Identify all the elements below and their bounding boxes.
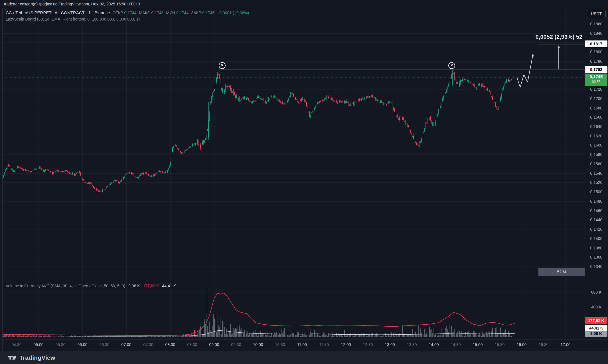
low-label: МИН: [166, 11, 175, 15]
time-tick-label: 14:30: [451, 342, 461, 347]
symbol-legend-row[interactable]: CC / TetherUS PERPETUAL CONTRACT · 1 · B…: [6, 10, 249, 15]
price-tick-label: 0,1620: [585, 134, 608, 138]
high-value: 0,1748: [151, 11, 164, 15]
time-tick-label: 11:00: [297, 342, 307, 347]
price-tick-label: 0,1780: [585, 59, 608, 64]
volume-tick-label: 600 K: [585, 290, 608, 294]
price-tick-label: 0,1680: [585, 106, 608, 110]
tradingview-logo-text: TradingView: [19, 354, 55, 361]
close-value: 0,1745: [202, 11, 214, 15]
volume-red-badge: 177,63 K: [585, 317, 607, 324]
time-tick-label: 14:00: [429, 342, 439, 347]
price-tick-label: 0,1480: [585, 199, 608, 204]
open-value: 0,1744: [124, 11, 137, 15]
time-tick-label: 07:00: [121, 342, 131, 347]
price-tick-label: 0,1380: [585, 246, 608, 250]
lazyscalp-volume-badge: 52 M: [538, 268, 585, 276]
close-label: ЗАКР: [191, 11, 201, 15]
price-tick-label: 0,1460: [585, 208, 608, 213]
time-tick-label: 15:30: [494, 342, 504, 347]
price-tick-label: 0,1860: [585, 22, 608, 26]
volume-indicator-title: Volume in Currency AVG (SMA, 30, 4, 1, O…: [6, 284, 125, 288]
indicator-legend-row[interactable]: LazyScalp Board (30, 14, EMA, Right bott…: [6, 17, 140, 21]
price-tick-label: 0,1660: [585, 115, 608, 119]
volume-value-avg-red: 177,63 K: [143, 284, 159, 288]
time-tick-label: 13:30: [407, 342, 417, 347]
attribution-text: tradettar создал(а) график на TradingVie…: [4, 2, 140, 6]
volume-white-badge: 44,41 K: [585, 325, 607, 331]
time-tick-label: 09:30: [231, 342, 241, 347]
price-tick-label: 0,1420: [585, 227, 608, 231]
price-tick-label: 0,1580: [585, 152, 608, 157]
last-price-value: 0,1745: [585, 74, 607, 80]
price-tick-label: 0,1500: [585, 190, 608, 194]
tradingview-snapshot: tradettar создал(а) график на TradingVie…: [0, 0, 608, 364]
volume-legend-row[interactable]: Volume in Currency AVG (SMA, 30, 4, 1, O…: [6, 284, 176, 288]
currency-unit-button[interactable]: USDT: [587, 10, 606, 18]
drawing-anchor-marker-1[interactable]: ✕: [219, 62, 226, 69]
price-tick-label: 0,1800: [585, 50, 608, 54]
target-price-badge: 0,1817: [585, 40, 607, 47]
time-tick-label: 08:30: [187, 342, 197, 347]
open-label: ОТКР: [113, 11, 123, 15]
attribution-bar: tradettar создал(а) график на TradingVie…: [0, 0, 608, 8]
high-label: МАКС: [139, 11, 150, 15]
time-tick-label: 16:30: [538, 342, 548, 347]
time-tick-label: 15:00: [473, 342, 483, 347]
time-tick-label: 06:30: [99, 342, 109, 347]
time-tick-label: 12:00: [341, 342, 351, 347]
time-tick-label: 13:00: [385, 342, 395, 347]
price-chart-canvas[interactable]: [0, 8, 608, 364]
price-tick-label: 0,1340: [585, 264, 608, 269]
time-tick-label: 07:30: [143, 342, 153, 347]
price-tick-label: 0,1360: [585, 255, 608, 259]
volume-value-avg-white: 44,41 K: [162, 284, 176, 288]
measure-annotation-label[interactable]: 0,0052 (2,93%) 52: [526, 34, 592, 40]
volume-value-current: 9,08 K: [128, 284, 140, 288]
time-tick-label: 05:30: [55, 342, 65, 347]
time-tick-label: 10:30: [275, 342, 285, 347]
change-value: +0,0001 (+0,06%): [217, 11, 249, 15]
drawing-anchor-marker-2[interactable]: ✕: [448, 62, 455, 69]
price-tick-label: 0,1700: [585, 96, 608, 101]
time-tick-label: 04:30: [11, 342, 21, 347]
price-tick-label: 0,1520: [585, 180, 608, 185]
volume-gray-badge: 9,08 K: [585, 330, 607, 337]
price-tick-label: 0,1400: [585, 236, 608, 241]
time-tick-label: 12:30: [363, 342, 373, 347]
low-value: 0,1744: [176, 11, 189, 15]
price-tick-label: 0,1560: [585, 162, 608, 166]
time-tick-label: 16:00: [516, 342, 526, 347]
price-tick-label: 0,1600: [585, 143, 608, 147]
time-tick-label: 17:00: [560, 342, 570, 347]
time-tick-label: 05:00: [33, 342, 43, 347]
price-tick-label: 0,1720: [585, 87, 608, 91]
price-tick-label: 0,1440: [585, 217, 608, 222]
time-tick-label: 09:00: [209, 342, 219, 347]
time-tick-label: 10:00: [253, 342, 263, 347]
bar-countdown: 00:53: [585, 80, 607, 84]
tradingview-logo[interactable]: TradingView: [8, 354, 55, 361]
price-tick-label: 0,1540: [585, 171, 608, 176]
footer-toolbar: TradingView: [0, 351, 608, 364]
level-price-badge: 0,1762: [585, 66, 607, 73]
time-tick-label: 11:30: [319, 342, 329, 347]
price-tick-label: 0,1640: [585, 124, 608, 129]
last-price-badge: 0,1745 00:53: [585, 74, 607, 86]
tradingview-logo-icon: [8, 354, 17, 361]
time-tick-label: 08:00: [165, 342, 175, 347]
time-tick-label: 06:00: [77, 342, 87, 347]
symbol-title: CC / TetherUS PERPETUAL CONTRACT · 1 · B…: [6, 10, 110, 15]
volume-tick-label: 400 K: [585, 305, 608, 309]
